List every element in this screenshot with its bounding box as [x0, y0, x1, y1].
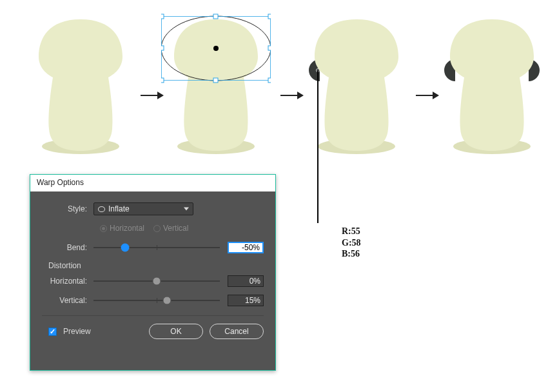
preview-label: Preview: [63, 327, 91, 336]
chevron-down-icon: [184, 208, 189, 211]
orientation-horizontal-radio: Horizontal: [100, 224, 144, 233]
style-label: Style:: [42, 204, 93, 213]
rgb-r-label: R:55: [342, 226, 361, 237]
stage-3: [302, 13, 411, 155]
svg-rect-7: [161, 14, 164, 19]
preview-checkbox[interactable]: ✓: [48, 328, 57, 336]
dialog-title: Warp Options: [30, 175, 275, 191]
stage-2: [161, 13, 271, 155]
style-value: Inflate: [108, 204, 130, 213]
step-arrow-icon: [141, 90, 164, 101]
rgb-b-label: B:56: [342, 248, 361, 260]
horizontal-value-input[interactable]: 0%: [228, 275, 264, 287]
bend-label: Bend:: [42, 243, 93, 252]
stage-1: [26, 13, 135, 155]
horizontal-slider[interactable]: [93, 273, 220, 289]
ok-button[interactable]: OK: [149, 324, 203, 339]
step-arrow-icon: [280, 90, 304, 101]
svg-rect-8: [213, 14, 218, 19]
svg-point-6: [213, 46, 219, 51]
svg-rect-13: [213, 78, 218, 83]
vertical-thumb[interactable]: [162, 297, 171, 305]
vertical-label: Vertical:: [42, 296, 93, 305]
divider: [42, 315, 264, 316]
style-select[interactable]: Inflate: [93, 202, 193, 215]
inflate-icon: [98, 206, 105, 212]
bend-slider[interactable]: [93, 240, 220, 255]
svg-rect-10: [161, 46, 164, 50]
horizontal-thumb[interactable]: [153, 277, 161, 286]
orientation-vertical-radio: Vertical: [153, 224, 188, 233]
bend-value-input[interactable]: -50%: [228, 242, 264, 253]
rgb-annotation: R:55 G:58 B:56: [342, 226, 361, 260]
vertical-value-input[interactable]: 15%: [228, 295, 264, 306]
rgb-g-label: G:58: [342, 237, 361, 249]
cancel-button[interactable]: Cancel: [210, 324, 264, 339]
vertical-slider[interactable]: [93, 293, 220, 308]
warp-options-dialog: Warp Options Style: Inflate Horizontal V…: [30, 174, 276, 371]
canvas: [19, 13, 535, 155]
svg-rect-11: [268, 46, 271, 50]
stage-4: [437, 13, 547, 155]
svg-rect-14: [268, 78, 271, 83]
horizontal-label: Horizontal:: [42, 277, 93, 286]
svg-rect-12: [161, 78, 164, 83]
bend-thumb[interactable]: [121, 244, 130, 252]
annotation-line: [317, 71, 318, 223]
svg-rect-9: [268, 14, 271, 19]
distortion-section-label: Distortion: [48, 261, 264, 270]
step-arrow-icon: [416, 90, 439, 101]
